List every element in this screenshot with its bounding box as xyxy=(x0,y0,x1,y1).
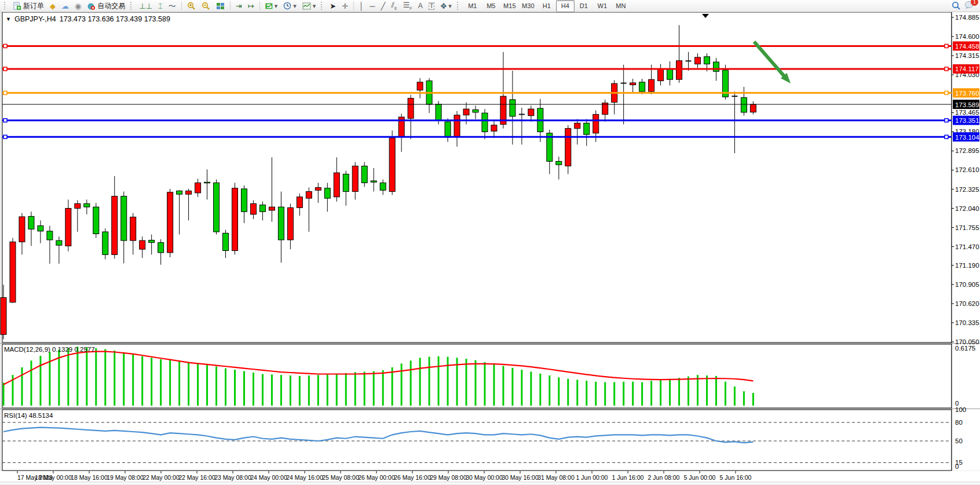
rsi-axis-label: 80 xyxy=(955,419,963,426)
channel-button[interactable]: ⫽E xyxy=(389,0,399,12)
chevron-down-icon: ▾ xyxy=(448,3,452,9)
candle xyxy=(528,109,534,116)
candle xyxy=(250,203,256,214)
vertical-line-button[interactable]: │ xyxy=(357,0,366,12)
date-tick-label: 26 May 16:00 xyxy=(394,474,431,481)
line-anchor[interactable] xyxy=(945,135,948,138)
date-tick-label: 1 Jun 00:00 xyxy=(576,474,608,481)
candle xyxy=(575,123,580,128)
line-anchor[interactable] xyxy=(3,44,7,48)
candle xyxy=(130,217,136,241)
timeframe-h1[interactable]: H1 xyxy=(537,0,556,12)
crosshair-button[interactable]: ✛ xyxy=(339,0,350,12)
collapse-triangle-icon[interactable]: ▼ xyxy=(6,16,11,22)
candle xyxy=(195,183,201,193)
trendline-icon: ╱ xyxy=(381,2,385,10)
date-tick-label: 2 Jun 08:00 xyxy=(648,474,680,481)
timeframe-w1[interactable]: W1 xyxy=(593,0,612,12)
toolbar-grip[interactable] xyxy=(130,2,134,10)
accounts-button[interactable]: ☁ xyxy=(59,0,71,12)
price-line-badge: 173.104 xyxy=(955,134,979,141)
periods-button[interactable]: ▾ xyxy=(281,0,299,12)
candle xyxy=(649,79,654,92)
candle xyxy=(186,191,192,194)
trendline-button[interactable]: ╱ xyxy=(378,0,387,12)
timeframe-d1[interactable]: D1 xyxy=(575,0,593,12)
candle xyxy=(269,207,275,210)
candle xyxy=(584,123,590,134)
profile-icon: ☁ xyxy=(61,2,69,10)
candle xyxy=(1,298,6,335)
price-chart[interactable]: 174.885174.600174.315174.030173.465173.1… xyxy=(0,12,980,485)
timeframe-mn[interactable]: MN xyxy=(612,0,630,12)
panel-frame xyxy=(2,12,952,342)
notifications-button[interactable]: 1 xyxy=(964,1,974,12)
candle xyxy=(750,104,756,112)
candle xyxy=(713,62,719,71)
line-anchor[interactable] xyxy=(3,119,7,122)
shapes-button[interactable]: ✥▾ xyxy=(438,0,454,12)
price-tick-label: 171.470 xyxy=(955,243,979,250)
chart-window[interactable]: 174.885174.600174.315174.030173.465173.1… xyxy=(0,12,980,485)
candle xyxy=(259,205,265,212)
crosshair-icon: ✛ xyxy=(342,2,348,10)
price-line-badge: 173.589 xyxy=(955,101,979,108)
toolbar-grip[interactable] xyxy=(4,2,8,10)
timeframe-m15[interactable]: M15 xyxy=(500,0,519,12)
timeframe-h4[interactable]: H4 xyxy=(556,0,575,12)
price-tick-label: 172.040 xyxy=(955,205,979,212)
candlestick-button[interactable]: ⌶ xyxy=(156,0,165,12)
auto-trading-label: 自动交易 xyxy=(97,1,125,11)
line-anchor[interactable] xyxy=(945,67,948,71)
macd-axis-max: 0.6175 xyxy=(955,345,975,352)
bar-chart-button[interactable]: ⊥⊥ xyxy=(137,0,155,12)
line-anchor[interactable] xyxy=(945,44,948,48)
timeframe-m30[interactable]: M30 xyxy=(519,0,537,12)
auto-scroll-button[interactable]: ⇥ xyxy=(233,0,244,12)
line-anchor[interactable] xyxy=(945,91,948,94)
main-toolbar: 新订单 ◆ ☁ ◉ 自动交易 ⊥⊥ ⌶ 〜 ⇥ ↦ 🗠▾ ▾ ▾ ➤ xyxy=(0,0,980,12)
line-anchor[interactable] xyxy=(3,91,7,94)
date-tick-label: 22 May 16:00 xyxy=(178,474,215,481)
zoom-out-button[interactable] xyxy=(199,0,213,12)
candle xyxy=(56,240,62,245)
cursor-button[interactable]: ➤ xyxy=(327,0,338,12)
auto-trading-button[interactable]: 自动交易 xyxy=(85,0,127,12)
date-tick-label: 5 Jun 00:00 xyxy=(684,474,716,481)
new-order-icon xyxy=(13,2,21,10)
tile-windows-button[interactable] xyxy=(214,0,227,12)
line-anchor[interactable] xyxy=(3,135,7,138)
fibonacci-button[interactable]: ☰F xyxy=(401,0,415,12)
candle xyxy=(602,103,608,115)
candle xyxy=(204,182,210,183)
search-icon[interactable] xyxy=(952,1,961,10)
candle xyxy=(491,125,497,131)
candle xyxy=(232,188,238,251)
tile-windows-icon xyxy=(216,2,225,10)
candle xyxy=(704,57,710,64)
text-tool-button[interactable]: A xyxy=(416,0,425,12)
horizontal-line-button[interactable]: ─ xyxy=(367,0,377,12)
timeframe-m1[interactable]: M1 xyxy=(463,0,482,12)
rsi-axis-label: 100 xyxy=(955,406,966,413)
toolbar-grip[interactable] xyxy=(321,2,324,10)
new-order-button[interactable]: 新订单 xyxy=(10,0,46,12)
line-anchor[interactable] xyxy=(3,67,7,71)
chart-shift-icon: ↦ xyxy=(248,2,254,10)
price-tick-label: 174.885 xyxy=(955,14,979,21)
line-anchor[interactable] xyxy=(945,119,948,122)
label-tool-button[interactable]: T xyxy=(426,0,437,12)
date-tick-label: 25 May 08:00 xyxy=(322,474,359,481)
market-watch-button[interactable]: ◆ xyxy=(47,0,58,12)
zoom-in-button[interactable] xyxy=(185,0,198,12)
templates-button[interactable]: ▾ xyxy=(300,0,319,12)
candle xyxy=(473,110,478,112)
candle xyxy=(436,104,441,121)
line-chart-button[interactable]: 〜 xyxy=(166,0,178,12)
chart-shift-button[interactable]: ↦ xyxy=(246,0,257,12)
toolbar-grip[interactable] xyxy=(457,2,460,10)
indicators-button[interactable]: 🗠▾ xyxy=(263,0,280,12)
timeframe-m5[interactable]: M5 xyxy=(482,0,500,12)
candle xyxy=(38,226,43,231)
signals-button[interactable]: ◉ xyxy=(72,0,83,12)
